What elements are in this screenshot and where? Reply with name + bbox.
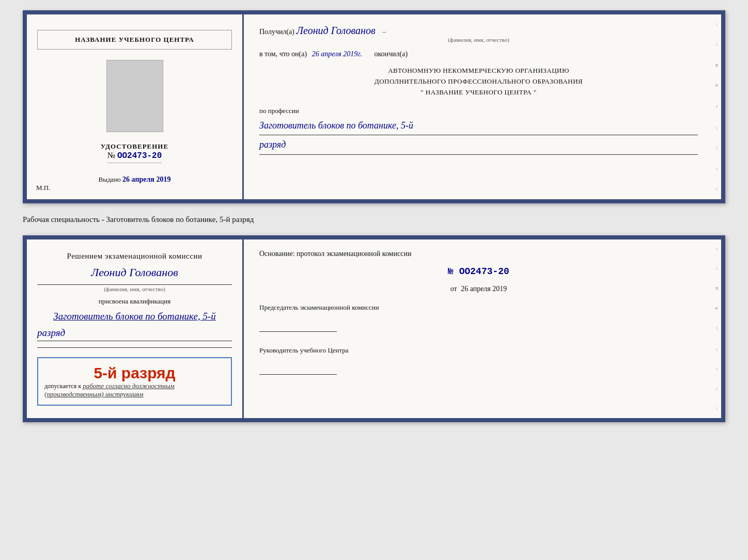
recipient-line: Получил(а) Леонид Голованов – (фамилия, … — [259, 25, 698, 43]
b-edge-mark-4: а — [714, 307, 720, 309]
predsedatel-sig-line — [259, 325, 337, 332]
predsedatel-block: Председатель экзаменационной комиссии — [259, 301, 698, 336]
org-block: АВТОНОМНУЮ НЕКОММЕРЧЕСКУЮ ОРГАНИЗАЦИЮ ДО… — [259, 66, 698, 98]
b-edge-mark-8: – — [714, 388, 720, 390]
org-line2: ДОПОЛНИТЕЛЬНОГО ПРОФЕССИОНАЛЬНОГО ОБРАЗО… — [259, 76, 698, 87]
profession-block: по профессии Заготовитель блоков по бота… — [259, 105, 698, 155]
vtom-date: 26 апреля 2019г. — [312, 50, 362, 58]
ot-prefix: от — [450, 285, 457, 293]
b-edge-mark-7: – — [714, 368, 720, 371]
udostoverenie-label: УДОСТОВЕРЕНИЕ — [101, 142, 168, 151]
b-edge-mark-1: – — [714, 248, 720, 250]
prisvoena-label: присвоена квалификация — [37, 297, 232, 306]
middle-label-container: Рабочая специальность - Заготовитель бло… — [23, 213, 725, 226]
rukovoditel-sig-line — [259, 367, 337, 375]
top-doc-left: НАЗВАНИЕ УЧЕБНОГО ЦЕНТРА УДОСТОВЕРЕНИЕ №… — [27, 14, 244, 199]
komissia-sublabel: (фамилия, имя, отчество) — [37, 284, 232, 292]
b-edge-mark-3: и — [714, 287, 720, 290]
bottom-doc-left: Решением экзаменационной комиссии Леонид… — [27, 239, 244, 418]
school-title-top: НАЗВАНИЕ УЧЕБНОГО ЦЕНТРА — [37, 30, 232, 50]
bottom-right-edge-marks: – – и а ← – – – – — [713, 239, 721, 418]
org-name: " НАЗВАНИЕ УЧЕБНОГО ЦЕНТРА " — [259, 87, 698, 98]
protokol-prefix: № — [448, 266, 454, 277]
po-professii-label: по профессии — [259, 105, 698, 117]
razryad-bottom: разряд — [37, 327, 232, 341]
number-prefix: № — [107, 151, 115, 159]
dopuskaetsya-label: допускается к — [44, 382, 81, 390]
edge-mark-3: и — [714, 64, 720, 67]
b-edge-mark-6: – — [714, 348, 720, 351]
vydano-label: Выдано — [99, 175, 121, 183]
vtom-line: в том, что он(а) 26 апреля 2019г. окончи… — [259, 50, 698, 58]
stamp-box: 5-й разряд допускается к работе согласно… — [37, 357, 232, 406]
rukovoditel-block: Руководитель учебного Центра — [259, 344, 698, 379]
edge-mark-7: – — [714, 147, 720, 150]
edge-mark-1: – — [714, 23, 720, 26]
protocol-date: 26 апреля 2019 — [461, 285, 507, 293]
name-sublabel-top: (фамилия, имя, отчество) — [259, 37, 698, 43]
mp-label: М.П. — [36, 184, 50, 192]
osnovanie-label: Основание: протокол экзаменационной коми… — [259, 250, 698, 258]
middle-label: Рабочая специальность - Заготовитель бло… — [23, 215, 254, 223]
edge-mark-6: – — [714, 127, 720, 130]
komissia-title: Решением экзаменационной комиссии — [37, 252, 232, 261]
edge-mark-4: а — [714, 84, 720, 86]
okончил-label: окончил(а) — [374, 50, 408, 58]
razryad-value-top: разряд — [259, 136, 698, 153]
protokol-number: № OO2473-20 — [259, 266, 698, 277]
b-edge-mark-2: – — [714, 267, 720, 270]
recipient-name: Леонид Голованов — [296, 25, 375, 36]
udostoverenie-block: УДОСТОВЕРЕНИЕ № OO2473-20 — [101, 142, 168, 165]
edge-mark-8: – — [714, 168, 720, 170]
predsedatel-title: Председатель экзаменационной комиссии — [259, 301, 698, 313]
protokol-num-value: OO2473-20 — [459, 266, 509, 277]
edge-mark-9: – — [714, 188, 720, 190]
edge-mark-5: ← — [714, 104, 720, 109]
profession-value: Заготовитель блоков по ботанике, 5-й — [259, 117, 698, 134]
vtom-prefix: в том, что он(а) — [259, 50, 307, 58]
edge-mark-2: – — [714, 43, 720, 46]
kvalif-name: Заготовитель блоков по ботанике, 5-й — [37, 311, 232, 322]
b-edge-mark-5: ← — [714, 326, 720, 331]
vydano-date: 26 апреля 2019 — [122, 175, 170, 183]
stamp-допускается: допускается к работе согласно должностны… — [44, 382, 225, 390]
poluchil-prefix: Получил(а) — [259, 28, 294, 36]
b-edge-mark-9: – — [714, 407, 720, 410]
top-document: НАЗВАНИЕ УЧЕБНОГО ЦЕНТРА УДОСТОВЕРЕНИЕ №… — [23, 10, 725, 203]
instruktsii-text: (производственным) инструкциям — [44, 390, 225, 398]
right-edge-marks: – – и а ← – – – – — [713, 14, 721, 199]
work-text: работе согласно должностным — [83, 382, 175, 390]
org-line1: АВТОНОМНУЮ НЕКОММЕРЧЕСКУЮ ОРГАНИЗАЦИЮ — [259, 66, 698, 76]
komissia-name: Леонид Голованов — [37, 266, 232, 279]
ot-date: от 26 апреля 2019 — [259, 285, 698, 293]
top-doc-right: Получил(а) Леонид Голованов – (фамилия, … — [244, 14, 713, 199]
udostoverenie-number: OO2473-20 — [117, 151, 162, 161]
stamp-rank: 5-й разряд — [44, 364, 225, 382]
bottom-document: Решением экзаменационной комиссии Леонид… — [23, 235, 725, 422]
rukovoditel-title: Руководитель учебного Центра — [259, 344, 698, 356]
photo-placeholder — [106, 60, 163, 132]
vydano-block: Выдано 26 апреля 2019 — [99, 175, 171, 184]
bottom-doc-right: Основание: протокол экзаменационной коми… — [244, 239, 713, 418]
